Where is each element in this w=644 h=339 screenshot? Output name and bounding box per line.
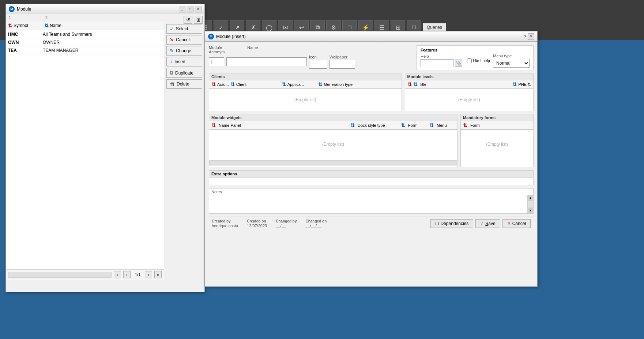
notes-textarea[interactable] [209, 195, 527, 213]
refresh-icon[interactable]: ↺ [184, 16, 192, 24]
top-right-icons: ↺ ⊞ [184, 16, 203, 24]
clients-panel: Clients ⇅ Acro... ⇅ Client ⇅ Applica... … [209, 73, 402, 111]
maximize-button[interactable]: □ [187, 6, 193, 12]
pencil-icon: ✎ [170, 48, 174, 54]
html-help-checkbox[interactable] [467, 58, 472, 63]
list-header: ⇅ Symbol ⇅ Name [6, 21, 164, 30]
help-text: ? [524, 34, 526, 39]
widgets-main-panel: Module widgets ⇅ Name Panel ⇅ Dock style… [209, 114, 457, 167]
save-button[interactable]: ✓ Save [475, 219, 500, 228]
prev-page-button[interactable]: ‹ [123, 271, 131, 278]
row-symbol: HMC [8, 32, 43, 37]
widgets-empty-body: (Empty list) [209, 130, 457, 159]
row-name: TEAM MANAGER [43, 48, 162, 53]
clients-sort-icon-2: ⇅ [230, 81, 235, 87]
notes-scrollbar[interactable]: ▲ ▼ [527, 195, 533, 213]
symbol-header-label: Symbol [14, 23, 28, 28]
widgets-col-form: Form [408, 123, 426, 127]
horizontal-scrollbar[interactable] [8, 272, 112, 278]
changed-by-group: Changed by __/__ [276, 219, 297, 228]
widgets-sort-icon-2: ⇅ [350, 122, 355, 128]
widgets-col-header: ⇅ Name Panel ⇅ Dock style type ⇅ Form ⇅ … [209, 121, 457, 130]
trash-icon: 🗑 [170, 81, 175, 87]
name-input[interactable] [226, 57, 307, 66]
list-item[interactable]: TEA TEAM MANAGER [6, 46, 164, 54]
clients-col-acro: Acro... [217, 82, 229, 87]
module-levels-panel: Module levels ⇅ ⇅ Title ⇅ PHE ⇅ (Empty l… [405, 73, 534, 111]
mandatory-forms-empty-text: (Empty list) [486, 142, 508, 147]
delete-button[interactable]: 🗑 Delete [166, 79, 202, 89]
module-levels-sort-icon-3: ⇅ [512, 81, 517, 87]
widgets-col-name: Name Panel [219, 123, 347, 127]
mandatory-forms-header: Mandatory forms [461, 114, 533, 121]
wallpaper-input[interactable] [329, 60, 355, 69]
add-help-button[interactable]: 📎 [455, 60, 462, 67]
module-window: M Module _ □ ✕ 1 2 ↺ ⊞ ⇅ Symbol ⇅ [5, 4, 205, 292]
changed-on-label: Changed on [305, 219, 327, 223]
name-column-header: ⇅ Name [44, 23, 162, 28]
clients-empty-text: (Empty list) [294, 97, 316, 102]
change-button[interactable]: ✎ Change [166, 46, 202, 56]
widgets-col-dock: Dock style type [358, 123, 398, 127]
list-item[interactable]: OWN OWNER [6, 38, 164, 46]
col-num-1: 1 [9, 15, 45, 20]
duplicate-button[interactable]: ⧉ Duplicate [166, 68, 202, 78]
extra-options-section: Extra options [209, 170, 534, 185]
extra-options-body [209, 178, 533, 185]
queries-button[interactable]: Queries [423, 23, 446, 32]
cancel-footer-button[interactable]: ✕ Cancel [502, 219, 531, 228]
minimize-button[interactable]: _ [179, 6, 185, 12]
insert-dialog-icon: M [208, 34, 214, 39]
row-name: All Teams and Swimmers [43, 32, 162, 37]
created-by-group: Created by henrique.costa [212, 219, 238, 228]
scroll-down-arrow[interactable]: ▼ [528, 207, 533, 213]
list-item[interactable]: HMC All Teams and Swimmers [6, 30, 164, 38]
sort-icon-symbol: ⇅ [8, 23, 12, 28]
select-button[interactable]: ✓ Select [166, 24, 202, 34]
module-title-text: Module [17, 7, 31, 12]
insert-dialog-title-text: Module (Insert) [216, 34, 246, 39]
insert-dialog-title: M Module (Insert) [208, 34, 246, 39]
widgets-empty-text: (Empty list) [322, 142, 344, 147]
widgets-section: Module widgets ⇅ Name Panel ⇅ Dock style… [209, 114, 534, 167]
action-buttons: ✓ Select ✕ Cancel ✎ Change + Insert ⧉ Du… [164, 21, 204, 280]
help-label: Help [421, 54, 464, 58]
mandatory-forms-sort-icon: ⇅ [463, 122, 467, 128]
grid-view-icon[interactable]: ⊞ [194, 16, 203, 24]
next-page-button[interactable]: › [145, 271, 152, 278]
help-input[interactable] [421, 59, 453, 67]
notes-area: ▲ ▼ [209, 195, 533, 213]
dialog-close-button[interactable]: ✕ [528, 33, 534, 40]
copy-icon: ⧉ [170, 70, 173, 76]
plus-icon: + [170, 59, 173, 65]
scroll-up-arrow[interactable]: ▲ [528, 195, 533, 201]
acronym-input[interactable] [209, 57, 224, 66]
module-levels-empty-text: (Empty list) [458, 97, 480, 102]
changed-by-value: __/__ [276, 224, 297, 228]
widgets-horizontal-scrollbar[interactable] [209, 160, 457, 165]
dependencies-button[interactable]: ☐ Dependencies [430, 219, 474, 228]
module-list-rows: HMC All Teams and Swimmers OWN OWNER TEA… [6, 30, 164, 269]
changed-on-group: Changed on __/__/__ [305, 219, 327, 228]
first-page-button[interactable]: « [114, 271, 121, 278]
close-button[interactable]: ✕ [195, 6, 202, 12]
column-numbers: 1 2 [6, 14, 204, 21]
insert-button[interactable]: + Insert [166, 57, 202, 66]
clients-col-client: Client [236, 82, 280, 87]
icon-input[interactable] [309, 60, 327, 69]
last-page-button[interactable]: » [154, 271, 162, 278]
list-footer: « ‹ 1/1 › » [6, 269, 164, 280]
insert-dialog: M Module (Insert) ? ✕ ModuleAcronym Name… [205, 31, 538, 287]
widgets-sort-icon-3: ⇅ [401, 122, 405, 128]
sort-icon-name: ⇅ [44, 23, 49, 28]
row-symbol: OWN [8, 40, 43, 45]
clients-sort-icon-3: ⇅ [282, 81, 286, 87]
module-window-controls: _ □ ✕ [179, 6, 202, 12]
col-num-2: 2 [45, 15, 82, 20]
menu-type-select[interactable]: Normal Popup Sidebar [493, 59, 530, 68]
widgets-col-menu: Menu [437, 123, 455, 127]
cancel-button[interactable]: ✕ Cancel [166, 35, 202, 45]
insert-dialog-titlebar: M Module (Insert) ? ✕ [205, 31, 537, 42]
clients-col-gen: Generation type [324, 82, 353, 87]
save-checkmark-icon: ✓ [480, 221, 484, 226]
